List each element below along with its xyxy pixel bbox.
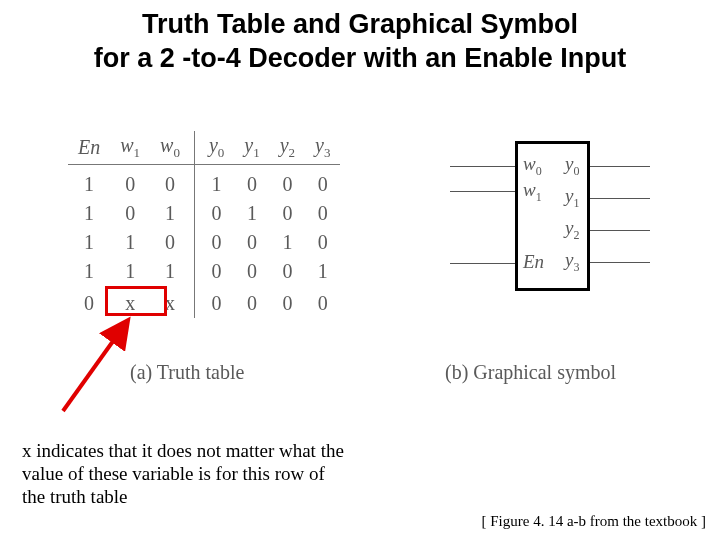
col-y1: y1 <box>234 131 269 165</box>
wire-w1 <box>450 191 515 192</box>
col-en: En <box>68 131 110 165</box>
caption-truth-table: (a) Truth table <box>130 361 244 384</box>
table-row: 1 1 1 0 0 0 1 <box>68 257 340 286</box>
label-y3: y3 <box>565 249 579 275</box>
col-y2: y2 <box>270 131 305 165</box>
wire-y1 <box>590 198 650 199</box>
label-w1: w1 <box>523 179 542 205</box>
explanatory-note: x indicates that it does not matter what… <box>22 440 352 508</box>
figure-citation: [ Figure 4. 14 a-b from the textbook ] <box>481 513 706 530</box>
wire-y2 <box>590 230 650 231</box>
caption-symbol: (b) Graphical symbol <box>445 361 616 384</box>
table-row: 1 1 0 0 0 1 0 <box>68 228 340 257</box>
table-row: 1 0 0 1 0 0 0 <box>68 164 340 199</box>
col-y3: y3 <box>305 131 340 165</box>
table-row: 0 x x 0 0 0 0 <box>68 286 340 318</box>
table-header-row: En w1 w0 y0 y1 y2 y3 <box>68 131 340 165</box>
label-en: En <box>523 251 544 273</box>
wire-y0 <box>590 166 650 167</box>
col-y0: y0 <box>194 131 234 165</box>
title-line-1: Truth Table and Graphical Symbol <box>142 9 578 39</box>
col-w1: w1 <box>110 131 150 165</box>
label-y0: y0 <box>565 153 579 179</box>
label-w0: w0 <box>523 153 542 179</box>
label-y2: y2 <box>565 217 579 243</box>
wire-y3 <box>590 262 650 263</box>
label-y1: y1 <box>565 185 579 211</box>
truth-table-grid: En w1 w0 y0 y1 y2 y3 1 0 0 1 0 0 0 <box>68 131 340 318</box>
svg-line-0 <box>63 323 126 411</box>
col-w0: w0 <box>150 131 194 165</box>
table-row: 1 0 1 0 1 0 0 <box>68 199 340 228</box>
wire-en <box>450 263 515 264</box>
wire-w0 <box>450 166 515 167</box>
title-line-2: for a 2 -to-4 Decoder with an Enable Inp… <box>94 43 627 73</box>
truth-table: En w1 w0 y0 y1 y2 y3 1 0 0 1 0 0 0 <box>68 131 340 318</box>
graphical-symbol: w0 w1 En y0 y1 y2 y3 <box>430 131 680 306</box>
slide-title: Truth Table and Graphical Symbol for a 2… <box>0 0 720 76</box>
